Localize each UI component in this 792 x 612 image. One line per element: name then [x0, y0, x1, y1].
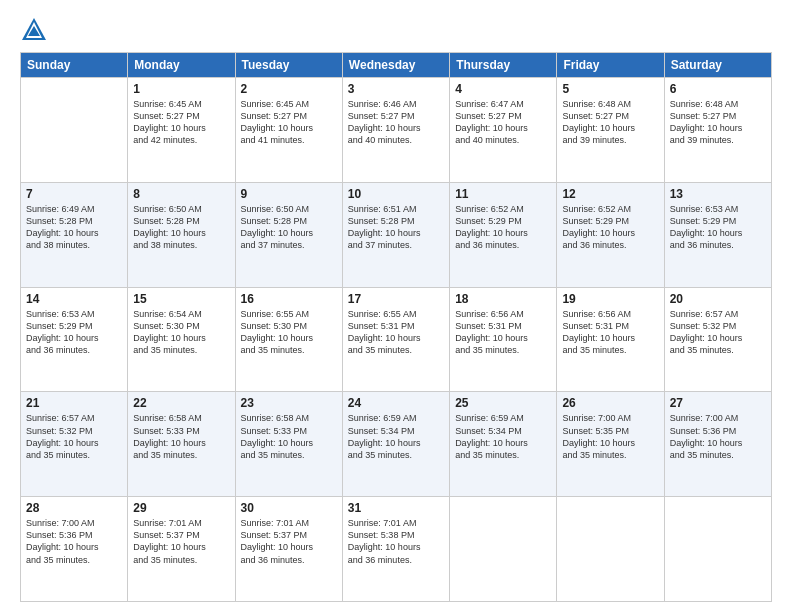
day-number: 27: [670, 396, 766, 410]
calendar-cell: 20Sunrise: 6:57 AMSunset: 5:32 PMDayligh…: [664, 287, 771, 392]
cell-info: Sunrise: 6:59 AMSunset: 5:34 PMDaylight:…: [348, 412, 444, 461]
cell-info: Sunrise: 7:01 AMSunset: 5:37 PMDaylight:…: [241, 517, 337, 566]
calendar-cell: 7Sunrise: 6:49 AMSunset: 5:28 PMDaylight…: [21, 182, 128, 287]
day-number: 22: [133, 396, 229, 410]
day-number: 7: [26, 187, 122, 201]
calendar-cell: 4Sunrise: 6:47 AMSunset: 5:27 PMDaylight…: [450, 78, 557, 183]
day-number: 21: [26, 396, 122, 410]
calendar-cell: 16Sunrise: 6:55 AMSunset: 5:30 PMDayligh…: [235, 287, 342, 392]
calendar-cell: 14Sunrise: 6:53 AMSunset: 5:29 PMDayligh…: [21, 287, 128, 392]
calendar-cell: 13Sunrise: 6:53 AMSunset: 5:29 PMDayligh…: [664, 182, 771, 287]
calendar-cell: 19Sunrise: 6:56 AMSunset: 5:31 PMDayligh…: [557, 287, 664, 392]
calendar-cell: 10Sunrise: 6:51 AMSunset: 5:28 PMDayligh…: [342, 182, 449, 287]
cell-info: Sunrise: 6:53 AMSunset: 5:29 PMDaylight:…: [26, 308, 122, 357]
cell-info: Sunrise: 6:57 AMSunset: 5:32 PMDaylight:…: [670, 308, 766, 357]
calendar-cell: 25Sunrise: 6:59 AMSunset: 5:34 PMDayligh…: [450, 392, 557, 497]
calendar-week-row: 1Sunrise: 6:45 AMSunset: 5:27 PMDaylight…: [21, 78, 772, 183]
cell-info: Sunrise: 6:52 AMSunset: 5:29 PMDaylight:…: [455, 203, 551, 252]
day-number: 3: [348, 82, 444, 96]
day-number: 18: [455, 292, 551, 306]
cell-info: Sunrise: 6:58 AMSunset: 5:33 PMDaylight:…: [133, 412, 229, 461]
cell-info: Sunrise: 6:56 AMSunset: 5:31 PMDaylight:…: [562, 308, 658, 357]
day-number: 9: [241, 187, 337, 201]
header: [20, 16, 772, 44]
calendar-cell: 2Sunrise: 6:45 AMSunset: 5:27 PMDaylight…: [235, 78, 342, 183]
calendar-cell: 21Sunrise: 6:57 AMSunset: 5:32 PMDayligh…: [21, 392, 128, 497]
calendar-cell: 3Sunrise: 6:46 AMSunset: 5:27 PMDaylight…: [342, 78, 449, 183]
cell-info: Sunrise: 6:50 AMSunset: 5:28 PMDaylight:…: [241, 203, 337, 252]
calendar-cell: [21, 78, 128, 183]
logo-icon: [20, 16, 48, 44]
day-header-tuesday: Tuesday: [235, 53, 342, 78]
cell-info: Sunrise: 6:50 AMSunset: 5:28 PMDaylight:…: [133, 203, 229, 252]
day-header-thursday: Thursday: [450, 53, 557, 78]
cell-info: Sunrise: 7:01 AMSunset: 5:38 PMDaylight:…: [348, 517, 444, 566]
calendar-cell: 17Sunrise: 6:55 AMSunset: 5:31 PMDayligh…: [342, 287, 449, 392]
day-number: 14: [26, 292, 122, 306]
day-header-wednesday: Wednesday: [342, 53, 449, 78]
cell-info: Sunrise: 6:57 AMSunset: 5:32 PMDaylight:…: [26, 412, 122, 461]
cell-info: Sunrise: 6:56 AMSunset: 5:31 PMDaylight:…: [455, 308, 551, 357]
cell-info: Sunrise: 6:45 AMSunset: 5:27 PMDaylight:…: [133, 98, 229, 147]
cell-info: Sunrise: 6:46 AMSunset: 5:27 PMDaylight:…: [348, 98, 444, 147]
calendar-week-row: 21Sunrise: 6:57 AMSunset: 5:32 PMDayligh…: [21, 392, 772, 497]
calendar-cell: 22Sunrise: 6:58 AMSunset: 5:33 PMDayligh…: [128, 392, 235, 497]
cell-info: Sunrise: 6:47 AMSunset: 5:27 PMDaylight:…: [455, 98, 551, 147]
day-number: 25: [455, 396, 551, 410]
day-number: 10: [348, 187, 444, 201]
calendar-header-row: SundayMondayTuesdayWednesdayThursdayFrid…: [21, 53, 772, 78]
day-number: 28: [26, 501, 122, 515]
cell-info: Sunrise: 6:55 AMSunset: 5:30 PMDaylight:…: [241, 308, 337, 357]
calendar-cell: 15Sunrise: 6:54 AMSunset: 5:30 PMDayligh…: [128, 287, 235, 392]
day-number: 20: [670, 292, 766, 306]
cell-info: Sunrise: 6:49 AMSunset: 5:28 PMDaylight:…: [26, 203, 122, 252]
day-number: 8: [133, 187, 229, 201]
cell-info: Sunrise: 7:00 AMSunset: 5:36 PMDaylight:…: [670, 412, 766, 461]
calendar-cell: 24Sunrise: 6:59 AMSunset: 5:34 PMDayligh…: [342, 392, 449, 497]
day-number: 19: [562, 292, 658, 306]
cell-info: Sunrise: 6:53 AMSunset: 5:29 PMDaylight:…: [670, 203, 766, 252]
cell-info: Sunrise: 6:45 AMSunset: 5:27 PMDaylight:…: [241, 98, 337, 147]
day-number: 12: [562, 187, 658, 201]
day-number: 2: [241, 82, 337, 96]
calendar-week-row: 28Sunrise: 7:00 AMSunset: 5:36 PMDayligh…: [21, 497, 772, 602]
day-number: 17: [348, 292, 444, 306]
day-number: 23: [241, 396, 337, 410]
logo: [20, 16, 52, 44]
day-number: 1: [133, 82, 229, 96]
calendar-cell: 5Sunrise: 6:48 AMSunset: 5:27 PMDaylight…: [557, 78, 664, 183]
calendar-cell: 31Sunrise: 7:01 AMSunset: 5:38 PMDayligh…: [342, 497, 449, 602]
day-number: 6: [670, 82, 766, 96]
day-number: 11: [455, 187, 551, 201]
day-header-friday: Friday: [557, 53, 664, 78]
day-number: 13: [670, 187, 766, 201]
cell-info: Sunrise: 7:00 AMSunset: 5:36 PMDaylight:…: [26, 517, 122, 566]
calendar-cell: 30Sunrise: 7:01 AMSunset: 5:37 PMDayligh…: [235, 497, 342, 602]
day-number: 26: [562, 396, 658, 410]
cell-info: Sunrise: 6:58 AMSunset: 5:33 PMDaylight:…: [241, 412, 337, 461]
day-number: 4: [455, 82, 551, 96]
day-number: 5: [562, 82, 658, 96]
calendar-cell: 1Sunrise: 6:45 AMSunset: 5:27 PMDaylight…: [128, 78, 235, 183]
calendar-cell: [450, 497, 557, 602]
calendar-week-row: 7Sunrise: 6:49 AMSunset: 5:28 PMDaylight…: [21, 182, 772, 287]
calendar-cell: 26Sunrise: 7:00 AMSunset: 5:35 PMDayligh…: [557, 392, 664, 497]
calendar-cell: 6Sunrise: 6:48 AMSunset: 5:27 PMDaylight…: [664, 78, 771, 183]
day-header-saturday: Saturday: [664, 53, 771, 78]
day-number: 16: [241, 292, 337, 306]
calendar-cell: 29Sunrise: 7:01 AMSunset: 5:37 PMDayligh…: [128, 497, 235, 602]
cell-info: Sunrise: 6:51 AMSunset: 5:28 PMDaylight:…: [348, 203, 444, 252]
calendar-cell: 18Sunrise: 6:56 AMSunset: 5:31 PMDayligh…: [450, 287, 557, 392]
calendar-cell: 27Sunrise: 7:00 AMSunset: 5:36 PMDayligh…: [664, 392, 771, 497]
calendar-cell: 9Sunrise: 6:50 AMSunset: 5:28 PMDaylight…: [235, 182, 342, 287]
cell-info: Sunrise: 6:48 AMSunset: 5:27 PMDaylight:…: [562, 98, 658, 147]
day-number: 30: [241, 501, 337, 515]
cell-info: Sunrise: 6:52 AMSunset: 5:29 PMDaylight:…: [562, 203, 658, 252]
day-number: 29: [133, 501, 229, 515]
cell-info: Sunrise: 7:01 AMSunset: 5:37 PMDaylight:…: [133, 517, 229, 566]
calendar-cell: [557, 497, 664, 602]
calendar-cell: [664, 497, 771, 602]
calendar-cell: 8Sunrise: 6:50 AMSunset: 5:28 PMDaylight…: [128, 182, 235, 287]
cell-info: Sunrise: 6:59 AMSunset: 5:34 PMDaylight:…: [455, 412, 551, 461]
day-number: 15: [133, 292, 229, 306]
